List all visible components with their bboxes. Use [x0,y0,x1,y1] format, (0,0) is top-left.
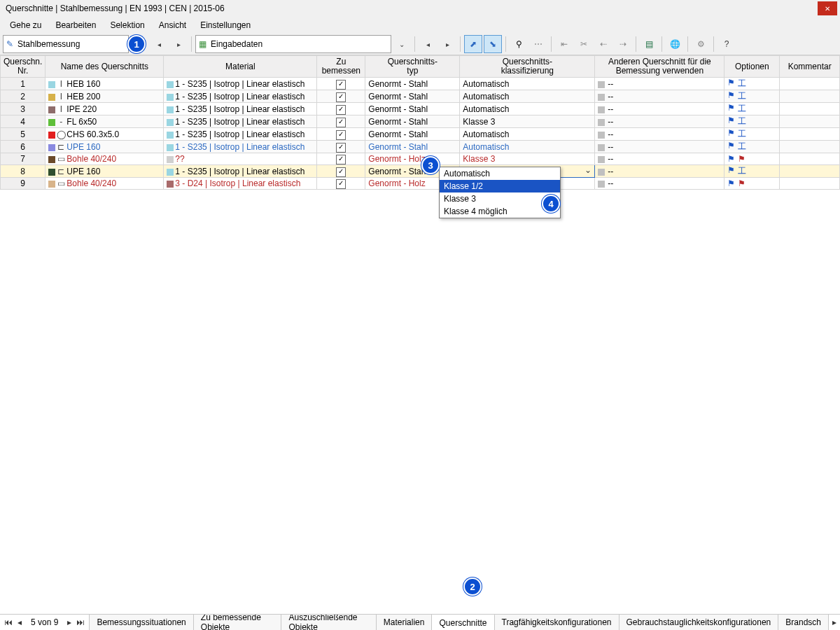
design-dropdown[interactable]: ✎ Stahlbemessung [3,35,129,53]
tool-clear[interactable]: ⋯ [529,35,547,53]
tab-zu-bemessende-objekte[interactable]: Zu bemessende Objekte [194,615,282,630]
pager-last-icon[interactable]: ⏭ [76,617,85,627]
tool-row-delete[interactable]: ✂ [575,35,593,53]
flag-icon[interactable]: ⚑ [727,78,735,90]
classification-cell[interactable]: Automatisch [460,128,595,141]
table-row[interactable]: 6⊏UPE 1601 - S235 | Isotrop | Linear ela… [1,141,840,153]
header-check[interactable]: Zu bemessen [317,56,365,78]
checkbox-icon[interactable]: ✓ [336,167,346,177]
options-cell[interactable]: ⚑⚑ [724,153,780,165]
flag-icon[interactable]: ⚑ [727,178,735,188]
tool-row-left[interactable]: ⇠ [594,35,612,53]
classification-cell[interactable]: Automatisch [460,78,595,90]
type-cell[interactable]: Genormt - Stahl [365,90,460,103]
checkbox-icon[interactable]: ✓ [336,92,346,102]
tab-gebrauchstauglichkeitskonfigurationen[interactable]: Gebrauchstauglichkeitskonfigurationen [620,615,779,630]
data-dropdown-chevron[interactable]: ⌄ [393,35,411,53]
nav-prev-button[interactable]: ◂ [419,35,437,53]
design-checkbox-cell[interactable]: ✓ [317,115,365,128]
comment-cell[interactable] [780,165,840,178]
other-section-cell[interactable]: -- [595,153,724,165]
type-cell[interactable]: Genormt - Stahl [365,78,460,90]
options-cell[interactable]: ⚑工 [724,141,780,153]
section-name-cell[interactable]: ⊏UPE 160 [46,141,164,153]
comment-cell[interactable] [780,141,840,153]
section-name-cell[interactable]: IHEB 200 [46,90,164,103]
tool-help[interactable]: ? [718,35,736,53]
checkbox-icon[interactable]: ✓ [336,118,346,127]
section-icon[interactable]: 工 [738,90,746,102]
material-cell[interactable]: 3 - D24 | Isotrop | Linear elastisch [164,178,317,190]
material-cell[interactable]: 1 - S235 | Isotrop | Linear elastisch [164,103,317,115]
material-cell[interactable]: 1 - S235 | Isotrop | Linear elastisch [164,115,317,128]
menu-selektion[interactable]: Selektion [103,17,151,34]
classification-cell[interactable]: Klasse 3 [460,115,595,128]
flag-icon[interactable]: ⚑ [727,90,735,102]
checkbox-icon[interactable]: ✓ [336,105,346,115]
flag-icon[interactable]: ⚑ [727,128,735,140]
checkbox-icon[interactable]: ✓ [336,155,346,164]
design-checkbox-cell[interactable]: ✓ [317,128,365,141]
data-dropdown[interactable]: ▦ Eingabedaten [195,35,391,53]
classification-cell[interactable]: Klasse 3 [460,153,595,165]
table-row[interactable]: 3IIPE 2201 - S235 | Isotrop | Linear ela… [1,103,840,115]
flag-icon[interactable]: ⚑ [727,154,735,164]
nav-next-button[interactable]: ▸ [438,35,456,53]
section-name-cell[interactable]: ▭Bohle 40/240 [46,178,164,190]
menu-ansicht[interactable]: Ansicht [152,17,193,34]
header-type[interactable]: Querschnitts- typ [365,56,460,78]
tool-globe[interactable]: 🌐 [666,35,684,53]
other-section-cell[interactable]: -- [595,78,724,90]
section-name-cell[interactable]: -FL 6x50 [46,115,164,128]
tool-select-out[interactable]: ⬊ [484,35,502,53]
classification-cell[interactable]: Automatisch [460,103,595,115]
checkbox-icon[interactable]: ✓ [336,80,346,90]
design-checkbox-cell[interactable]: ✓ [317,90,365,103]
table-row[interactable]: 5◯CHS 60.3x5.01 - S235 | Isotrop | Linea… [1,128,840,141]
header-options[interactable]: Optionen [724,56,780,78]
tab-tragf-higkeitskonfigurationen[interactable]: Tragfähigkeitskonfigurationen [495,615,620,630]
section-icon[interactable]: 工 [738,141,746,153]
tool-row-start[interactable]: ⇤ [555,35,573,53]
design-checkbox-cell[interactable]: ✓ [317,165,365,178]
record-pager[interactable]: ⏮ ◂ 5 von 9 ▸ ⏭ [0,615,90,630]
comment-cell[interactable] [780,128,840,141]
options-cell[interactable]: ⚑工 [724,78,780,90]
checkbox-icon[interactable]: ✓ [336,130,346,140]
header-nr[interactable]: Querschn. Nr. [1,56,46,78]
options-cell[interactable]: ⚑工 [724,115,780,128]
other-section-cell[interactable]: -- [595,141,724,153]
flag-icon[interactable]: ⚑ [727,115,735,127]
tool-settings[interactable]: ⚙ [692,35,710,53]
dropdown-option[interactable]: Automatisch [440,167,560,180]
design-checkbox-cell[interactable]: ✓ [317,103,365,115]
header-class[interactable]: Querschnitts- klassifizierung [460,56,595,78]
tab-materialien[interactable]: Materialien [377,615,433,630]
options-cell[interactable]: ⚑⚑ [724,178,780,190]
menu-einstellungen[interactable]: Einstellungen [193,17,258,34]
flag-icon[interactable]: ⚑ [727,103,735,115]
type-cell[interactable]: Genormt - Holz [365,153,460,165]
comment-cell[interactable] [780,90,840,103]
classification-cell[interactable]: Automatisch [460,141,595,153]
section-icon[interactable]: 工 [738,165,746,177]
type-cell[interactable]: Genormt - Stahl [365,128,460,141]
flag-red-icon[interactable]: ⚑ [738,154,746,164]
flag-icon[interactable]: ⚑ [727,141,735,153]
material-cell[interactable]: ?? [164,153,317,165]
tab-querschnitte[interactable]: Querschnitte [432,615,494,630]
options-cell[interactable]: ⚑工 [724,90,780,103]
type-cell[interactable]: Genormt - Stahl [365,141,460,153]
close-button[interactable]: ✕ [818,1,837,15]
classification-dropdown-popup[interactable]: AutomatischKlasse 1/2Klasse 3Klasse 4 mö… [439,167,561,218]
other-section-cell[interactable]: -- [595,115,724,128]
other-section-cell[interactable]: -- [595,90,724,103]
next-button[interactable]: ▸ [169,35,188,53]
other-section-cell[interactable]: -- [595,165,724,178]
material-cell[interactable]: 1 - S235 | Isotrop | Linear elastisch [164,141,317,153]
menu-bearbeiten[interactable]: Bearbeiten [48,17,103,34]
section-name-cell[interactable]: IIPE 220 [46,103,164,115]
pager-prev-icon[interactable]: ◂ [15,617,24,627]
other-section-cell[interactable]: -- [595,178,724,190]
section-icon[interactable]: 工 [738,103,746,115]
